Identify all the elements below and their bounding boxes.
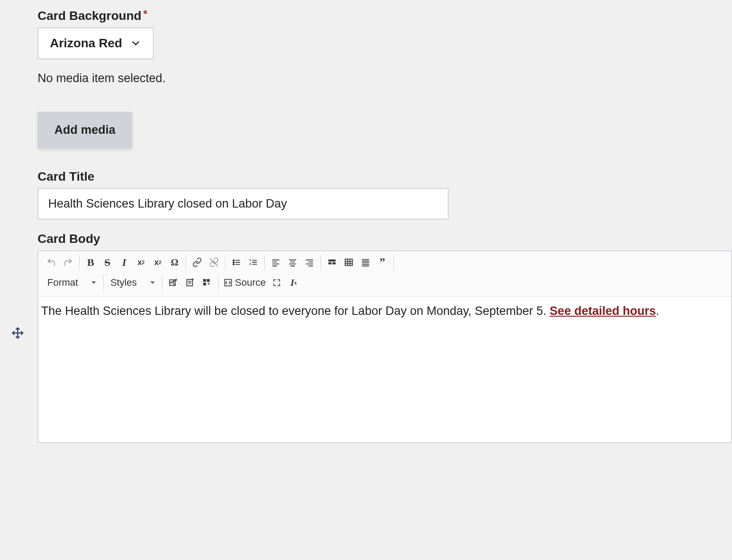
source-button-label: Source	[235, 277, 266, 288]
media-button[interactable]	[165, 274, 182, 291]
svg-text:1: 1	[249, 258, 251, 262]
undo-button[interactable]	[43, 254, 60, 271]
svg-point-2	[233, 262, 234, 263]
svg-rect-24	[328, 260, 336, 262]
svg-rect-27	[345, 259, 353, 266]
bold-button[interactable]: B	[82, 254, 99, 271]
body-text-after: .	[656, 304, 660, 318]
svg-rect-26	[332, 262, 336, 265]
bullet-list-icon	[232, 257, 241, 267]
svg-rect-44	[203, 279, 206, 282]
toolbar-separator	[264, 255, 265, 270]
align-left-button[interactable]	[267, 254, 284, 271]
card-background-dropdown[interactable]: Arizona Red	[38, 27, 154, 59]
align-right-icon	[305, 257, 314, 267]
required-indicator: *	[143, 8, 147, 20]
svg-point-1	[233, 260, 234, 261]
svg-rect-25	[328, 262, 332, 265]
superscript-button[interactable]: x2	[133, 254, 149, 271]
move-icon	[11, 327, 24, 339]
unlink-button[interactable]	[206, 254, 222, 271]
remove-format-button[interactable]: Ix	[285, 274, 302, 291]
svg-point-3	[233, 264, 234, 265]
table-button[interactable]	[340, 254, 357, 271]
bullet-list-button[interactable]	[228, 254, 245, 271]
toolbar-separator	[103, 275, 103, 290]
link-icon	[192, 257, 202, 267]
toolbar-separator	[393, 255, 394, 270]
toolbar-separator	[162, 275, 162, 290]
editor-toolbar-row-1: B S I x2 x2 Ω 12	[38, 251, 731, 273]
maximize-icon	[272, 278, 281, 287]
editor-toolbar-row-2: Format Styles + Source	[38, 273, 731, 296]
template-button[interactable]	[182, 274, 198, 291]
svg-rect-46	[203, 283, 206, 285]
card-body-editor-content[interactable]: The Health Sciences Library will be clos…	[38, 296, 731, 442]
svg-marker-38	[150, 281, 155, 284]
toolbar-separator	[79, 255, 80, 270]
redo-icon	[63, 257, 73, 267]
card-background-label-text: Card Background	[38, 9, 141, 23]
body-link[interactable]: See detailed hours	[550, 304, 656, 318]
add-block-icon: +	[202, 278, 212, 288]
align-center-icon	[288, 257, 297, 267]
svg-text:+: +	[207, 281, 210, 286]
card-title-label: Card Title	[38, 170, 732, 184]
insert-row-button[interactable]	[324, 254, 340, 271]
insert-row-icon	[327, 257, 337, 267]
card-body-editor-wrap: B S I x2 x2 Ω 12	[38, 250, 732, 443]
card-background-selected-value: Arizona Red	[50, 36, 122, 50]
template-icon	[185, 278, 195, 288]
numbered-list-button[interactable]: 12	[245, 254, 262, 271]
justify-button[interactable]	[357, 254, 374, 271]
redo-button[interactable]	[60, 254, 76, 271]
format-dropdown[interactable]: Format	[43, 274, 100, 291]
drag-handle[interactable]	[11, 327, 24, 339]
numbered-list-icon: 12	[248, 257, 258, 267]
align-center-button[interactable]	[284, 254, 301, 271]
unlink-icon	[209, 257, 219, 267]
caret-down-icon	[92, 280, 96, 285]
card-body-label: Card Body	[38, 232, 732, 246]
source-button[interactable]: Source	[221, 274, 269, 291]
card-background-label: Card Background *	[38, 9, 732, 23]
styles-dropdown-label: Styles	[111, 277, 150, 288]
format-dropdown-label: Format	[47, 277, 92, 288]
media-icon	[168, 278, 178, 288]
align-left-icon	[271, 257, 281, 267]
special-char-button[interactable]: Ω	[166, 254, 183, 271]
toolbar-separator	[218, 275, 218, 290]
no-media-text: No media item selected.	[38, 72, 732, 85]
toolbar-separator	[225, 255, 225, 270]
italic-button[interactable]: I	[116, 254, 133, 271]
svg-point-40	[173, 281, 174, 282]
undo-icon	[46, 257, 56, 267]
caret-down-icon	[150, 280, 155, 285]
add-media-button[interactable]: Add media	[38, 112, 132, 148]
table-icon	[344, 257, 354, 267]
styles-dropdown[interactable]: Styles	[106, 274, 159, 291]
toolbar-separator	[186, 255, 186, 270]
toolbar-separator	[320, 255, 321, 270]
justify-icon	[361, 257, 370, 267]
card-title-input[interactable]	[38, 188, 449, 219]
source-icon	[224, 278, 233, 287]
chevron-down-icon	[130, 38, 141, 49]
align-right-button[interactable]	[301, 254, 318, 271]
maximize-button[interactable]	[268, 274, 285, 291]
svg-marker-37	[92, 281, 96, 284]
link-button[interactable]	[189, 254, 206, 271]
add-block-button[interactable]: +	[198, 274, 215, 291]
blockquote-button[interactable]: ”	[374, 254, 391, 271]
body-text-before: The Health Sciences Library will be clos…	[41, 304, 550, 318]
strikethrough-button[interactable]: S	[99, 254, 116, 271]
svg-text:2: 2	[249, 262, 251, 266]
subscript-button[interactable]: x2	[149, 254, 166, 271]
